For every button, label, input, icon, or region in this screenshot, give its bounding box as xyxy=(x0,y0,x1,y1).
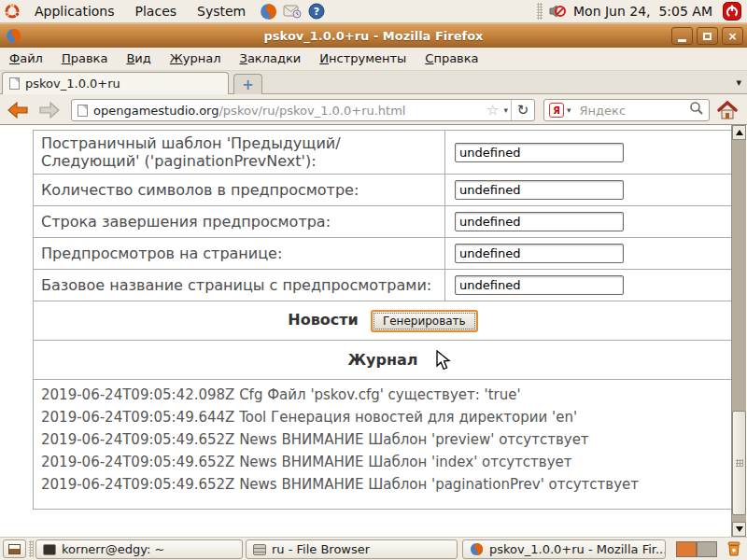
setting-label: Постраничный шаблон 'Предыдущий/Следующи… xyxy=(34,131,445,175)
scroll-up-button[interactable] xyxy=(732,125,746,140)
minimize-button[interactable] xyxy=(671,27,693,45)
help-icon[interactable]: ? xyxy=(307,2,326,21)
log-heading: Журнал xyxy=(347,351,417,369)
vertical-scrollbar[interactable] xyxy=(731,125,746,537)
taskbar-button-label: kornerr@edgy: ~ xyxy=(62,542,165,556)
panel-menu-system[interactable]: System xyxy=(187,0,256,22)
search-placeholder[interactable]: Яндекс xyxy=(580,104,689,118)
menu-view[interactable]: Вид xyxy=(117,48,160,70)
back-button[interactable] xyxy=(6,98,30,121)
forward-button[interactable] xyxy=(37,98,62,121)
taskbar-button-label: ru - File Browser xyxy=(272,542,370,556)
navigation-toolbar: opengamestudio.org/pskov/ru/pskov_1.0.0+… xyxy=(0,94,747,125)
terminal-icon xyxy=(43,544,56,555)
power-button-icon[interactable] xyxy=(723,2,741,21)
file-browser-icon xyxy=(253,544,266,555)
firefox-icon xyxy=(470,542,484,556)
show-desktop-icon xyxy=(8,544,21,554)
log-line: 2019-06-24T09:05:49.644Z Tool Генерация … xyxy=(41,406,725,428)
table-row: Предпросмотров на странице: xyxy=(34,238,733,270)
table-row: Базовое название страницы с предпросмотр… xyxy=(34,270,733,301)
close-button[interactable]: × xyxy=(722,27,743,45)
site-identity-icon[interactable] xyxy=(78,105,88,117)
panel-menu-places[interactable]: Places xyxy=(125,0,188,22)
setting-input-base-page-name[interactable] xyxy=(455,275,624,295)
url-text[interactable]: opengamestudio.org/pskov/ru/pskov_1.0.0+… xyxy=(93,104,485,118)
generate-button[interactable]: Генерировать xyxy=(371,310,478,332)
workspace-switcher[interactable] xyxy=(676,541,717,557)
setting-input-previews-per-page[interactable] xyxy=(455,244,624,263)
window-titlebar[interactable]: pskov_1.0.0+ru - Mozilla Firefox × xyxy=(0,23,747,48)
page-content: Постраничный шаблон 'Предыдущий/Следующи… xyxy=(0,125,747,537)
bottom-taskbar: kornerr@edgy: ~ ru - File Browser pskov_… xyxy=(0,537,747,560)
taskbar-button-file-browser[interactable]: ru - File Browser xyxy=(246,539,458,559)
yandex-engine-icon[interactable]: Я xyxy=(549,103,564,118)
menu-history[interactable]: Журнал xyxy=(161,48,231,70)
window-title: pskov_1.0.0+ru - Mozilla Firefox xyxy=(0,29,747,43)
list-all-tabs-icon[interactable]: ▾ xyxy=(736,77,741,89)
table-row: Строка завершения предпросмотра: xyxy=(34,206,733,238)
scrollbar-grip xyxy=(736,459,743,467)
search-magnifier-icon[interactable] xyxy=(689,101,704,119)
url-bar[interactable]: opengamestudio.org/pskov/ru/pskov_1.0.0+… xyxy=(71,99,535,121)
menu-help[interactable]: Справка xyxy=(416,48,487,70)
setting-input-preview-chars[interactable] xyxy=(455,180,624,200)
setting-input-pagination-prev-next[interactable] xyxy=(455,143,624,162)
log-line: 2019-06-24T09:05:49.652Z News ВНИМАНИЕ Ш… xyxy=(41,473,725,496)
show-desktop-button[interactable] xyxy=(3,539,26,558)
urlbar-dropdown-icon[interactable]: ▾ xyxy=(500,105,511,115)
menu-edit[interactable]: Правка xyxy=(52,48,117,70)
setting-label: Количество символов в предпросмотре: xyxy=(34,175,445,206)
table-row: Количество символов в предпросмотре: xyxy=(34,175,733,206)
tab-strip: pskov_1.0.0+ru + ▾ xyxy=(0,71,747,94)
reload-icon[interactable]: ↻ xyxy=(511,100,534,120)
ubuntu-logo-icon[interactable] xyxy=(3,2,21,21)
tab-pskov[interactable]: pskov_1.0.0+ru xyxy=(2,72,229,94)
home-button[interactable] xyxy=(715,99,740,122)
setting-label: Предпросмотров на странице: xyxy=(34,238,445,270)
log-row: 2019-06-24T09:05:42.098Z Cfg Файл 'pskov… xyxy=(34,380,733,510)
window-firefox-icon xyxy=(4,27,22,46)
menu-bookmarks[interactable]: Закладки xyxy=(231,48,311,70)
volume-muted-icon[interactable] xyxy=(548,2,567,21)
menu-tools[interactable]: Инструменты xyxy=(310,48,416,70)
maximize-button[interactable] xyxy=(697,27,718,45)
menu-file[interactable]: Файл xyxy=(0,48,52,70)
news-row: Новости Генерировать xyxy=(34,301,733,341)
panel-menu-applications[interactable]: Applications xyxy=(24,0,125,22)
new-tab-button[interactable]: + xyxy=(233,74,262,94)
workspace-1-active[interactable] xyxy=(676,541,697,557)
log-line: 2019-06-24T09:05:49.652Z News ВНИМАНИЕ Ш… xyxy=(41,428,725,451)
tab-title: pskov_1.0.0+ru xyxy=(25,77,120,91)
setting-label: Базовое название страницы с предпросмотр… xyxy=(34,270,445,301)
scroll-down-button[interactable] xyxy=(732,522,746,537)
desktop-screen: Applications Places System ? xyxy=(0,0,747,560)
table-row: Постраничный шаблон 'Предыдущий/Следующи… xyxy=(34,131,733,175)
mouse-cursor xyxy=(435,350,455,375)
taskbar-button-firefox[interactable]: pskov_1.0.0+ru - Mozilla Fir... xyxy=(462,539,666,559)
bookmark-star-icon[interactable]: ☆ xyxy=(485,102,500,119)
setting-label: Строка завершения предпросмотра: xyxy=(34,206,445,238)
taskbar-grip-handle[interactable] xyxy=(29,540,34,557)
setting-input-preview-ending[interactable] xyxy=(455,212,624,231)
news-heading: Новости xyxy=(288,311,358,329)
taskbar-button-terminal[interactable]: kornerr@edgy: ~ xyxy=(35,539,243,559)
log-line: 2019-06-24T09:05:49.652Z News ВНИМАНИЕ Ш… xyxy=(41,451,725,473)
url-path: /pskov/ru/pskov_1.0.0+ru.html xyxy=(218,104,405,118)
scrollbar-thumb[interactable] xyxy=(732,411,746,515)
trash-icon[interactable] xyxy=(726,540,742,560)
mail-notification-icon[interactable] xyxy=(283,2,302,21)
search-engine-dropdown-icon[interactable]: ▾ xyxy=(564,105,574,115)
log-header-row: Журнал xyxy=(34,341,733,380)
page-favicon xyxy=(9,77,20,90)
settings-table: Постраничный шаблон 'Предыдущий/Следующи… xyxy=(33,130,733,510)
log-area: 2019-06-24T09:05:42.098Z Cfg Файл 'pskov… xyxy=(34,380,733,510)
firefox-menubar: Файл Правка Вид Журнал Закладки Инструме… xyxy=(0,48,747,71)
taskbar-button-label: pskov_1.0.0+ru - Mozilla Fir... xyxy=(489,542,666,556)
panel-clock[interactable]: Mon Jun 24, 5:05 AM xyxy=(573,4,712,19)
panel-grip-handle[interactable] xyxy=(537,3,543,20)
firefox-launcher-icon[interactable] xyxy=(259,2,277,21)
search-bar[interactable]: Я ▾ Яндекс xyxy=(543,99,710,121)
workspace-2[interactable] xyxy=(697,541,717,557)
svg-text:?: ? xyxy=(314,6,319,18)
